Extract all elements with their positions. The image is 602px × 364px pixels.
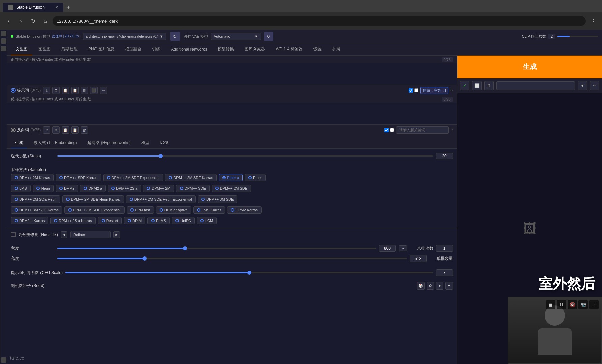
- model-refresh-button[interactable]: ↻: [170, 32, 180, 41]
- activity-btn-1[interactable]: [1, 31, 6, 36]
- link-dimensions-button[interactable]: ↔: [399, 245, 407, 251]
- positive-prompt-textarea[interactable]: [7, 63, 457, 84]
- hires-arrow-left[interactable]: ◄: [61, 231, 67, 238]
- sampler-dpm-fast[interactable]: DPM fast: [127, 206, 154, 214]
- sampler-dpm2sa[interactable]: DPM++ 2S a: [108, 185, 141, 192]
- edit-button[interactable]: ✏: [590, 81, 599, 90]
- copy-button[interactable]: ⬜: [472, 81, 482, 90]
- width-slider-thumb[interactable]: [183, 246, 187, 250]
- height-slider-track[interactable]: [57, 258, 407, 259]
- neg-tool-3[interactable]: 📋: [62, 126, 69, 134]
- tab-close-button[interactable]: ×: [56, 5, 58, 10]
- sampler-ddim[interactable]: DDIM: [124, 217, 145, 224]
- cfg-slider-thumb[interactable]: [247, 271, 251, 275]
- prompt-tag-input[interactable]: 建筑，室外，|: [420, 87, 448, 94]
- accept-button[interactable]: ✓: [460, 81, 469, 90]
- sampler-plms[interactable]: PLMS: [147, 217, 170, 224]
- sampler-dpm2m[interactable]: DPM++ 2M: [143, 185, 174, 192]
- tab-model-convert[interactable]: 模型转换: [213, 43, 239, 55]
- dropdown-arrow-button[interactable]: ▼: [578, 81, 587, 90]
- sampler-dpm-adaptive[interactable]: DPM adaptive: [156, 206, 191, 214]
- tab-model-merge[interactable]: 模型融合: [120, 43, 146, 55]
- active-tab[interactable]: Stable Diffusion ×: [3, 3, 63, 12]
- sampler-dpmsde[interactable]: DPM++ SDE: [176, 185, 210, 192]
- video-btn-3[interactable]: 🔇: [568, 300, 577, 309]
- steps-slider-thumb[interactable]: [159, 154, 163, 158]
- sampler-euler-a[interactable]: Euler a: [219, 174, 243, 181]
- sampler-dpm2a-karras[interactable]: DPM2 a Karras: [11, 217, 48, 224]
- gen-tab-model[interactable]: 模型: [137, 138, 154, 148]
- neg-checkbox1[interactable]: [384, 128, 389, 132]
- model-dropdown[interactable]: architectureExterior_v4dExterior.safeten…: [83, 33, 166, 40]
- neg-tool-2[interactable]: ⚙: [52, 126, 60, 134]
- prompt-checkbox2[interactable]: [414, 88, 418, 92]
- seed-extra-button[interactable]: ▼: [436, 282, 443, 290]
- gen-tab-embedding[interactable]: 嵌入式 (T.I. Embedding): [30, 138, 81, 148]
- tool-btn-4[interactable]: 📋: [71, 87, 79, 94]
- neg-tool-4[interactable]: 📋: [71, 126, 79, 134]
- gen-tab-lora[interactable]: Lora: [156, 138, 172, 148]
- batch-count-value[interactable]: 1: [436, 245, 453, 252]
- tool-btn-3[interactable]: 📋: [62, 87, 69, 94]
- height-value[interactable]: 512: [410, 255, 427, 262]
- neg-checkbox2[interactable]: [390, 128, 394, 132]
- sampler-dpm2msde[interactable]: DPM++ 2M SDE: [212, 185, 251, 192]
- activity-btn-4[interactable]: [1, 357, 6, 363]
- forward-button[interactable]: ›: [16, 16, 26, 26]
- tool-btn-1[interactable]: ☺: [43, 87, 50, 94]
- seed-paste-button[interactable]: ▼: [445, 282, 453, 290]
- tab-gallery[interactable]: 图库浏览器: [240, 43, 270, 55]
- sampler-euler[interactable]: Euler: [245, 174, 266, 181]
- tab-additional-networks[interactable]: Additional Networks: [166, 44, 212, 55]
- tab-wd-tagger[interactable]: WD 1.4 标签器: [271, 43, 307, 55]
- tool-btn-5[interactable]: 🗑: [81, 87, 88, 94]
- hires-arrow-right[interactable]: ►: [113, 231, 120, 238]
- clip-slider[interactable]: [557, 36, 598, 37]
- sampler-3msde-exp[interactable]: DPM++ 3M SDE Exponential: [64, 206, 125, 214]
- video-btn-1[interactable]: ◼: [546, 300, 555, 309]
- steps-value[interactable]: 20: [436, 153, 453, 159]
- sampler-lms[interactable]: LMS: [11, 185, 31, 192]
- negative-keyword-input[interactable]: [396, 126, 449, 134]
- generate-button[interactable]: 生成: [457, 56, 602, 78]
- video-btn-4[interactable]: 📷: [578, 300, 588, 309]
- gen-tab-hypernetworks[interactable]: 超网络 (Hypernetworks): [83, 138, 134, 148]
- prompt-checkbox[interactable]: [409, 88, 413, 93]
- delete-output-button[interactable]: 🗑: [484, 81, 494, 90]
- tab-extensions[interactable]: 扩展: [328, 43, 345, 55]
- sampler-dpm2m-karras[interactable]: DPM++ 2M Karras: [11, 174, 54, 181]
- tab-img2img[interactable]: 图生图: [34, 43, 55, 55]
- refresh-button[interactable]: ↻: [28, 16, 38, 26]
- video-btn-2[interactable]: ⏸: [557, 300, 566, 309]
- neg-tool-5[interactable]: 🗑: [81, 126, 88, 134]
- sampler-heun[interactable]: Heun: [33, 185, 54, 192]
- sampler-dpm2msde-exp[interactable]: DPM++ 2M SDE Exponential: [103, 174, 163, 181]
- home-button[interactable]: ⌂: [40, 16, 50, 26]
- neg-tool-1[interactable]: ☺: [43, 126, 50, 134]
- negative-prompt-textarea[interactable]: [7, 103, 457, 123]
- tool-btn-6[interactable]: ⬛: [90, 87, 98, 94]
- extensions-button[interactable]: ⋮: [589, 16, 598, 26]
- sampler-dpm2[interactable]: DPM2: [56, 185, 78, 192]
- sampler-lms-karras[interactable]: LMS Karras: [193, 206, 225, 214]
- sampler-dpm2-karras[interactable]: DPM2 Karras: [227, 206, 262, 214]
- hires-upscaler-dropdown[interactable]: Refiner: [70, 231, 111, 238]
- sampler-dpmsde-karras[interactable]: DPM++ SDE Karras: [56, 174, 101, 181]
- tab-png-info[interactable]: PNG 图片信息: [84, 43, 119, 55]
- tool-btn-2[interactable]: ⚙: [52, 87, 60, 94]
- gen-tab-generate[interactable]: 生成: [11, 138, 27, 148]
- sampler-dpm2msde-heun[interactable]: DPM++ 2M SDE Heun: [11, 195, 60, 203]
- sampler-heun-karras[interactable]: DPM++ 2M SDE Heun Karras: [62, 195, 124, 203]
- cfg-value[interactable]: 7: [436, 269, 453, 276]
- tab-extras[interactable]: 后期处理: [57, 43, 82, 55]
- activity-btn-2[interactable]: [1, 38, 6, 44]
- width-slider-track[interactable]: [57, 248, 376, 249]
- steps-slider-track[interactable]: [57, 155, 433, 157]
- width-value[interactable]: 800: [379, 245, 396, 252]
- sampler-heun-exp[interactable]: DPM++ 2M SDE Heun Exponential: [126, 195, 196, 203]
- tab-settings[interactable]: 设置: [309, 43, 326, 55]
- seed-random-button[interactable]: 🎲: [417, 282, 425, 290]
- back-button[interactable]: ‹: [4, 16, 13, 26]
- new-tab-button[interactable]: +: [63, 3, 73, 12]
- sampler-dpm2msde-karras[interactable]: DPM++ 2M SDE Karras: [165, 174, 217, 181]
